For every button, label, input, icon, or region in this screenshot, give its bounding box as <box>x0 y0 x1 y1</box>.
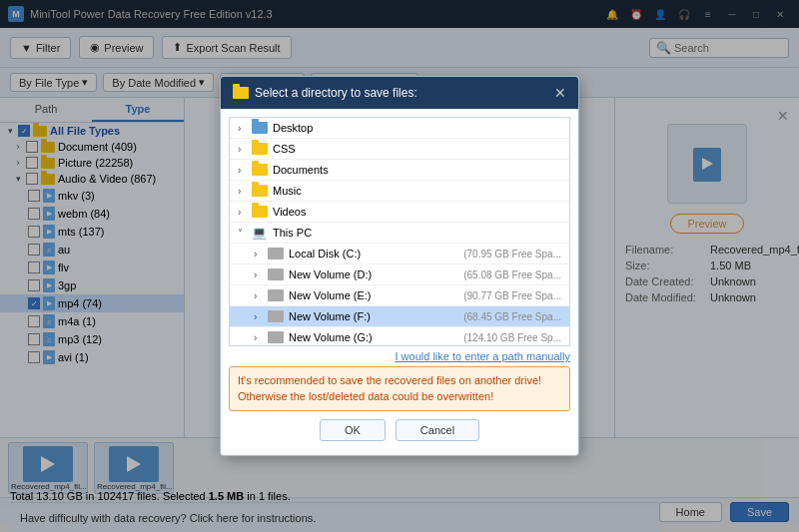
chevron-right-icon: › <box>238 123 252 134</box>
dialog-body: ›Desktop›CSS›Documents›Music›Videos˅💻Thi… <box>221 109 578 455</box>
dir-item-8[interactable]: ›New Volume (E:)(90.77 GB Free Spa... <box>230 285 569 306</box>
dir-item-size-9: (68.45 GB Free Spa... <box>463 311 561 322</box>
chevron-down-icon: ˅ <box>238 228 252 239</box>
dialog-cancel-button[interactable]: Cancel <box>396 419 479 441</box>
dialog-actions: OK Cancel <box>229 419 570 441</box>
drive-icon <box>268 248 284 260</box>
dir-item-label-2: Documents <box>273 164 561 176</box>
manual-path-link[interactable]: I would like to enter a path manually <box>396 350 571 362</box>
dir-item-size-8: (90.77 GB Free Spa... <box>463 290 561 301</box>
chevron-right-icon: › <box>254 269 268 280</box>
directory-list[interactable]: ›Desktop›CSS›Documents›Music›Videos˅💻Thi… <box>229 117 570 346</box>
warning-message: It's recommended to save the recovered f… <box>229 366 570 411</box>
dir-item-size-10: (124.10 GB Free Sp... <box>463 332 561 343</box>
chevron-right-icon: › <box>238 186 252 197</box>
dir-item-label-4: Videos <box>273 206 561 218</box>
dialog-close-button[interactable]: ✕ <box>554 85 566 101</box>
dialog-title-bar: Select a directory to save files: ✕ <box>221 77 578 109</box>
dir-item-2[interactable]: ›Documents <box>230 160 569 181</box>
dir-item-size-6: (70.95 GB Free Spa... <box>463 249 561 260</box>
dir-item-7[interactable]: ›New Volume (D:)(65.08 GB Free Spa... <box>230 265 569 285</box>
chevron-right-icon: › <box>254 311 268 322</box>
manual-link-area: I would like to enter a path manually <box>229 350 570 362</box>
dir-item-label-5: This PC <box>273 227 561 239</box>
chevron-right-icon: › <box>238 165 252 176</box>
chevron-right-icon: › <box>254 290 268 301</box>
folder-yellow-icon <box>252 206 268 218</box>
dialog-folder-icon <box>233 87 249 99</box>
dir-item-label-9: New Volume (F:) <box>289 310 463 322</box>
drive-icon <box>268 310 284 322</box>
chevron-right-icon: › <box>238 207 252 218</box>
dir-item-4[interactable]: ›Videos <box>230 202 569 223</box>
chevron-right-icon: › <box>238 144 252 155</box>
drive-icon <box>268 289 284 301</box>
folder-yellow-icon <box>252 143 268 155</box>
dialog-title-text: Select a directory to save files: <box>255 86 417 100</box>
dir-item-label-3: Music <box>273 185 561 197</box>
drive-icon <box>268 268 284 280</box>
dialog-overlay: Select a directory to save files: ✕ ›Des… <box>0 0 799 532</box>
dir-item-3[interactable]: ›Music <box>230 181 569 202</box>
dir-item-1[interactable]: ›CSS <box>230 139 569 160</box>
folder-yellow-icon <box>252 164 268 176</box>
folder-blue-icon <box>252 122 268 134</box>
dir-item-label-1: CSS <box>273 143 561 155</box>
computer-icon: 💻 <box>252 227 268 239</box>
dir-item-label-6: Local Disk (C:) <box>289 248 463 260</box>
dir-item-9[interactable]: ›New Volume (F:)(68.45 GB Free Spa... <box>230 306 569 327</box>
dir-item-10[interactable]: ›New Volume (G:)(124.10 GB Free Sp... <box>230 327 569 346</box>
dir-item-size-7: (65.08 GB Free Spa... <box>463 269 561 280</box>
save-directory-dialog: Select a directory to save files: ✕ ›Des… <box>220 76 579 456</box>
dir-item-6[interactable]: ›Local Disk (C:)(70.95 GB Free Spa... <box>230 244 569 265</box>
dir-item-label-7: New Volume (D:) <box>289 268 463 280</box>
dir-item-0[interactable]: ›Desktop <box>230 118 569 139</box>
dir-item-label-10: New Volume (G:) <box>289 331 463 343</box>
dir-item-label-0: Desktop <box>273 122 561 134</box>
chevron-right-icon: › <box>254 249 268 260</box>
dir-item-label-8: New Volume (E:) <box>289 289 463 301</box>
folder-yellow-icon <box>252 185 268 197</box>
chevron-right-icon: › <box>254 332 268 343</box>
drive-icon <box>268 331 284 343</box>
dir-item-5[interactable]: ˅💻This PC <box>230 223 569 244</box>
dialog-ok-button[interactable]: OK <box>320 419 386 441</box>
